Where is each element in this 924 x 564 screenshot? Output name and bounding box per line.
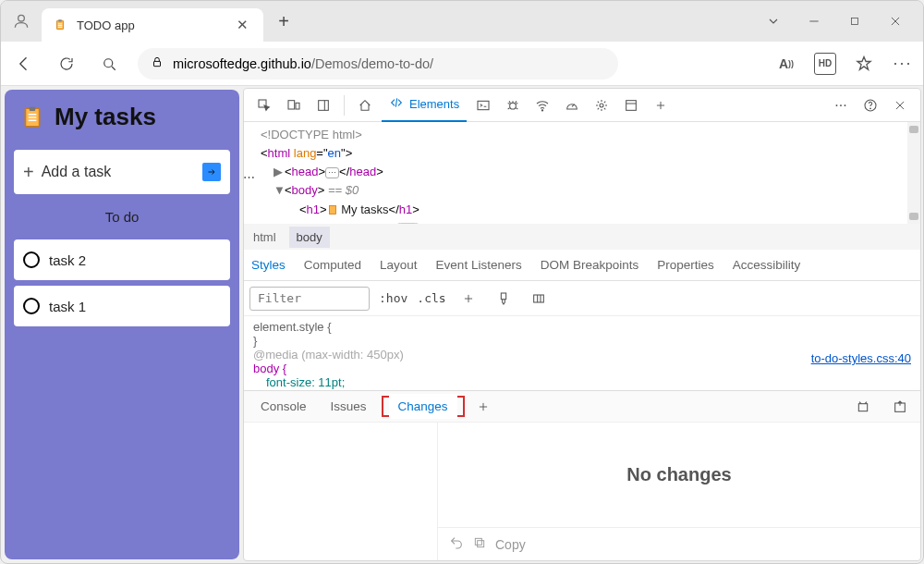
- plus-icon[interactable]: [470, 394, 496, 420]
- browser-tab[interactable]: TODO app ✕: [42, 8, 263, 42]
- dock-icon[interactable]: [310, 92, 336, 118]
- devtools-toolbar: Elements ···: [244, 89, 920, 122]
- plus-icon[interactable]: [648, 92, 674, 118]
- tab-dom-breakpoints[interactable]: DOM Breakpoints: [541, 258, 639, 272]
- back-button[interactable]: [10, 50, 38, 78]
- dom-tree[interactable]: ⋯ <!DOCTYPE html> <html lang="en"> ▶<hea…: [244, 122, 920, 224]
- filter-input[interactable]: [249, 287, 370, 311]
- cls-toggle[interactable]: .cls: [417, 291, 445, 305]
- new-tab-button[interactable]: +: [269, 6, 298, 36]
- svg-rect-28: [626, 100, 637, 110]
- svg-rect-1: [57, 20, 64, 29]
- hov-toggle[interactable]: :hov: [379, 291, 407, 305]
- gear-icon[interactable]: [589, 92, 614, 118]
- row-menu-icon[interactable]: ⋯: [244, 168, 255, 187]
- svg-rect-48: [475, 538, 481, 545]
- page-title: My tasks: [55, 103, 156, 131]
- scrollbar[interactable]: [907, 122, 920, 224]
- inspect-icon[interactable]: [251, 92, 277, 118]
- copy-label: Copy: [495, 537, 526, 552]
- breadcrumb-item[interactable]: body: [289, 227, 330, 248]
- breadcrumb[interactable]: html body: [244, 224, 920, 250]
- svg-point-33: [870, 107, 871, 108]
- clipboard-icon: [53, 18, 67, 32]
- clipboard-icon: [19, 104, 45, 130]
- maximize-button[interactable]: [845, 12, 864, 31]
- profile-icon[interactable]: [1, 1, 42, 42]
- dock-icon[interactable]: [850, 394, 876, 420]
- svg-rect-47: [478, 541, 484, 547]
- svg-rect-45: [858, 403, 867, 411]
- radio-icon[interactable]: [23, 298, 40, 314]
- hd-icon[interactable]: HD: [814, 53, 836, 75]
- highlight-annotation: Changes: [382, 396, 465, 417]
- svg-rect-2: [58, 19, 62, 21]
- add-task-input[interactable]: + Add a task: [14, 150, 230, 194]
- task-label: task 1: [49, 299, 86, 314]
- svg-rect-21: [319, 100, 329, 110]
- refresh-button[interactable]: [53, 50, 80, 78]
- window-controls: [746, 1, 923, 42]
- tab-console[interactable]: Console: [251, 394, 316, 419]
- undo-icon[interactable]: [449, 535, 464, 553]
- task-item[interactable]: task 1: [14, 286, 230, 326]
- new-style-icon[interactable]: [456, 286, 481, 312]
- url-text: microsoftedge.github.io/Demos/demo-to-do…: [173, 56, 433, 71]
- flex-icon[interactable]: [526, 286, 552, 312]
- tab-changes[interactable]: Changes: [389, 394, 457, 419]
- more-icon[interactable]: ···: [828, 92, 854, 118]
- minimize-button[interactable]: [805, 12, 823, 31]
- search-icon[interactable]: [95, 50, 123, 78]
- task-label: task 2: [49, 252, 86, 268]
- performance-icon[interactable]: [559, 92, 585, 118]
- tab-properties[interactable]: Properties: [657, 258, 714, 272]
- menu-icon[interactable]: ···: [892, 53, 914, 75]
- tab-layout[interactable]: Layout: [380, 258, 418, 272]
- svg-rect-23: [478, 101, 489, 109]
- svg-rect-14: [30, 106, 36, 110]
- tab-event-listeners[interactable]: Event Listeners: [436, 258, 522, 272]
- copy-icon[interactable]: [473, 536, 486, 552]
- tab-styles[interactable]: Styles: [251, 258, 286, 272]
- console-icon[interactable]: [470, 92, 496, 118]
- tab-elements[interactable]: Elements: [382, 89, 467, 122]
- svg-rect-40: [533, 295, 543, 302]
- tab-issues[interactable]: Issues: [322, 394, 376, 419]
- device-icon[interactable]: [281, 92, 307, 118]
- url-input[interactable]: microsoftedge.github.io/Demos/demo-to-do…: [138, 48, 618, 80]
- svg-rect-7: [852, 18, 858, 25]
- submit-icon[interactable]: [202, 163, 221, 181]
- svg-point-25: [542, 109, 543, 110]
- welcome-icon[interactable]: [352, 92, 378, 118]
- network-icon[interactable]: [529, 92, 555, 118]
- expand-icon[interactable]: [887, 394, 913, 420]
- breadcrumb-item[interactable]: html: [253, 230, 276, 244]
- devtools-panel: Elements ··· ⋯ <!DOCTYPE html> <html lan…: [243, 88, 921, 561]
- close-button[interactable]: [886, 12, 905, 31]
- tab-computed[interactable]: Computed: [304, 258, 361, 272]
- svg-rect-19: [288, 100, 295, 108]
- close-icon[interactable]: ✕: [233, 17, 252, 33]
- close-icon[interactable]: [887, 92, 913, 118]
- changes-file-list[interactable]: [244, 423, 438, 560]
- tab-accessibility[interactable]: Accessibility: [733, 258, 801, 272]
- source-link[interactable]: to-do-styles.css:40: [811, 351, 911, 365]
- application-icon[interactable]: [618, 92, 644, 118]
- read-aloud-icon[interactable]: A)): [775, 53, 797, 75]
- brush-icon[interactable]: [491, 286, 517, 312]
- styles-pane[interactable]: element.style { } @media (max-width: 450…: [244, 316, 920, 390]
- radio-icon[interactable]: [23, 251, 40, 268]
- chevron-down-icon[interactable]: [764, 12, 783, 31]
- address-bar: microsoftedge.github.io/Demos/demo-to-do…: [1, 42, 923, 86]
- svg-rect-20: [296, 103, 299, 109]
- code-icon: [389, 95, 404, 113]
- filter-row: :hov .cls: [244, 281, 920, 316]
- lock-icon: [151, 55, 164, 72]
- favorite-icon[interactable]: [853, 53, 875, 75]
- bug-icon[interactable]: [500, 92, 526, 118]
- task-item[interactable]: task 2: [14, 239, 230, 280]
- svg-rect-36: [329, 205, 335, 214]
- help-icon[interactable]: [857, 92, 883, 118]
- svg-rect-12: [154, 61, 161, 66]
- section-heading: To do: [14, 203, 230, 230]
